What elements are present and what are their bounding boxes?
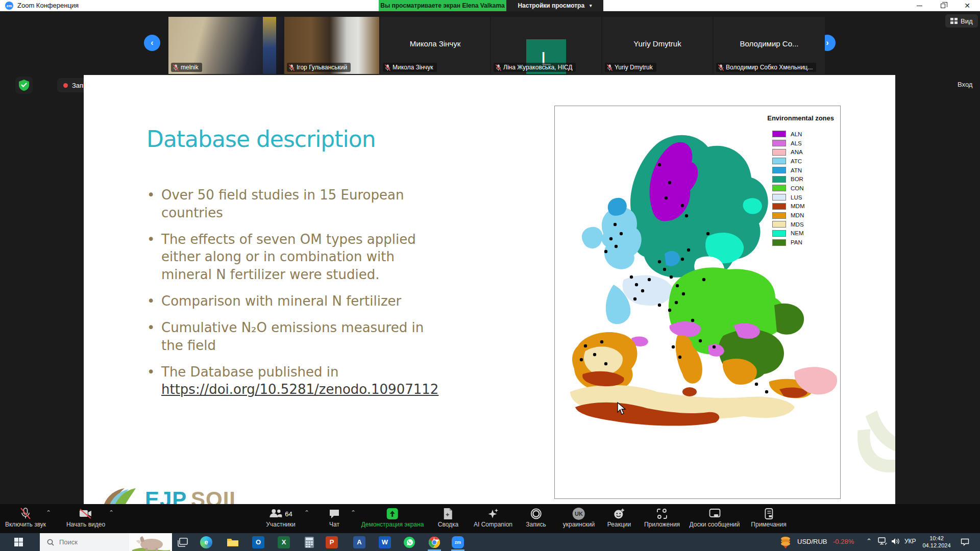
close-button[interactable]: ✕ xyxy=(959,0,976,11)
network-icon[interactable] xyxy=(878,537,887,547)
participant-tile-igor[interactable]: Ігор Гульванський xyxy=(284,17,379,74)
calculator-icon[interactable] xyxy=(299,533,320,551)
whatsapp-icon[interactable] xyxy=(399,533,420,551)
scroll-left-button[interactable]: ‹ xyxy=(144,35,160,51)
ticker-change[interactable]: -0.28% xyxy=(833,538,854,545)
reactions-label: Реакции xyxy=(607,521,631,528)
ticker-pair[interactable]: USD/RUB xyxy=(797,538,827,545)
chrome-icon[interactable] xyxy=(424,533,445,551)
participants-chevron[interactable]: ⌃ xyxy=(304,509,309,516)
legend-swatch xyxy=(772,239,786,246)
clock-time: 10:42 xyxy=(920,535,953,542)
a-app-icon[interactable]: A xyxy=(349,533,370,551)
interpretation-button[interactable]: UK украинский xyxy=(563,507,595,528)
unmute-label: Включить звук xyxy=(5,521,46,528)
legend-row: ALS xyxy=(772,139,804,148)
outlook-icon[interactable]: O xyxy=(248,533,268,551)
language-indicator[interactable]: УКР xyxy=(904,538,916,545)
whiteboards-button[interactable]: Доски сообщений xyxy=(689,507,740,528)
start-button[interactable] xyxy=(7,533,30,551)
edge-icon[interactable]: e xyxy=(196,533,216,551)
excel-icon[interactable]: X xyxy=(274,533,294,551)
window-titlebar: zm Zoom Конференция Вы просматриваете эк… xyxy=(0,0,980,11)
bullet-text: The Database published in xyxy=(161,364,338,380)
summary-label: Сводка xyxy=(438,521,459,528)
zoom-app-icon: zm xyxy=(5,2,13,10)
logo-text-soil: SOIL xyxy=(191,487,243,504)
minimize-button[interactable] xyxy=(911,0,928,11)
mic-muted-icon xyxy=(385,64,390,71)
slide-title: Database description xyxy=(146,126,376,152)
participant-name: melnik xyxy=(181,64,199,71)
participant-name: Yuriy Dmytruk xyxy=(615,64,653,71)
interpretation-badge: UK xyxy=(573,507,585,520)
participant-tile-melnik[interactable]: melnik xyxy=(168,17,283,74)
legend-row: PAN xyxy=(772,238,804,247)
summary-button[interactable]: Сводка xyxy=(438,507,459,528)
start-video-label: Начать видео xyxy=(66,521,105,528)
search-input[interactable] xyxy=(58,538,125,546)
start-video-button[interactable]: Начать видео xyxy=(66,507,105,528)
legend-row: MDS xyxy=(772,220,804,229)
ticker-coin-icon[interactable] xyxy=(777,533,794,551)
mic-muted-icon xyxy=(20,507,31,520)
legend-row: NEM xyxy=(772,229,804,238)
legend-swatch xyxy=(772,194,786,201)
participant-tile-lina[interactable]: L Ліна Жураковська, НІСД xyxy=(491,17,601,74)
participant-tile-mykola[interactable]: Микола Зінчук Микола Зінчук xyxy=(380,17,490,74)
word-icon[interactable]: W xyxy=(375,533,395,551)
participant-tile-volodymyr[interactable]: Володимир Со... Володимир Собко Хмельниц… xyxy=(714,17,825,74)
notes-button[interactable]: Примечания xyxy=(751,507,786,528)
record-label: Запись xyxy=(526,521,546,528)
legend-label: BOR xyxy=(791,176,803,182)
unmute-button[interactable]: Включить звук xyxy=(5,507,46,528)
participant-tile-yuriy[interactable]: Yuriy Dmytruk Yuriy Dmytruk xyxy=(602,17,713,74)
chat-chevron[interactable]: ⌃ xyxy=(351,509,356,516)
doi-link[interactable]: https://doi.org/10.5281/zenodo.10907112 xyxy=(161,381,438,398)
apps-button[interactable]: Приложения xyxy=(644,507,680,528)
audio-options-chevron[interactable]: ⌃ xyxy=(46,509,51,516)
share-screen-button[interactable]: Демонстрация экрана xyxy=(361,507,424,528)
security-shield-icon[interactable] xyxy=(15,77,33,94)
zoom-taskbar-icon[interactable]: zm xyxy=(448,533,468,551)
legend-label: ATN xyxy=(791,167,802,173)
legend-swatch xyxy=(772,176,786,183)
record-button[interactable]: Запись xyxy=(526,507,546,528)
task-view-icon[interactable] xyxy=(173,533,193,551)
mic-muted-icon xyxy=(718,64,724,71)
taskbar-search[interactable] xyxy=(40,533,172,551)
participants-icon: 64 xyxy=(269,507,292,520)
whiteboard-icon xyxy=(708,507,721,520)
taskbar-clock[interactable]: 10:42 04.12.2024 xyxy=(920,535,953,549)
windows-logo-icon xyxy=(14,538,23,546)
view-settings-button[interactable]: Настройки просмотра ▾ xyxy=(506,0,603,11)
video-options-chevron[interactable]: ⌃ xyxy=(109,509,114,516)
camera-off-icon xyxy=(79,507,92,520)
participant-label: Ігор Гульванський xyxy=(287,63,351,72)
legend-label: MDS xyxy=(791,221,804,228)
chat-button[interactable]: Чат xyxy=(329,507,340,528)
legend-row: ANA xyxy=(772,147,804,157)
legend-label: MDM xyxy=(791,203,804,209)
volume-icon[interactable] xyxy=(891,537,900,547)
file-explorer-icon[interactable] xyxy=(223,533,243,551)
chat-label: Чат xyxy=(329,521,339,528)
ai-companion-button[interactable]: AI Companion xyxy=(474,507,512,528)
entry-link[interactable]: Вход xyxy=(958,81,972,88)
shared-slide: Database description Over 50 field studi… xyxy=(84,75,895,504)
reactions-button[interactable]: Реакции xyxy=(607,507,631,528)
mouse-cursor xyxy=(617,402,628,415)
restore-button[interactable] xyxy=(934,0,951,11)
notifications-icon[interactable] xyxy=(961,538,969,548)
legend-row: MDN xyxy=(772,211,804,220)
powerpoint-icon[interactable]: P xyxy=(322,533,342,551)
chevron-down-icon: ▾ xyxy=(590,3,592,8)
participants-button[interactable]: 64 Участники xyxy=(266,507,295,528)
legend-row: ALN xyxy=(772,130,804,139)
record-circle-icon xyxy=(530,507,542,520)
view-layout-button[interactable]: Вид xyxy=(945,14,978,28)
mic-muted-icon xyxy=(289,64,295,71)
ai-companion-label: AI Companion xyxy=(474,521,512,528)
legend-label: MDN xyxy=(791,212,804,218)
tray-expand-chevron[interactable]: ⌃ xyxy=(866,537,872,545)
